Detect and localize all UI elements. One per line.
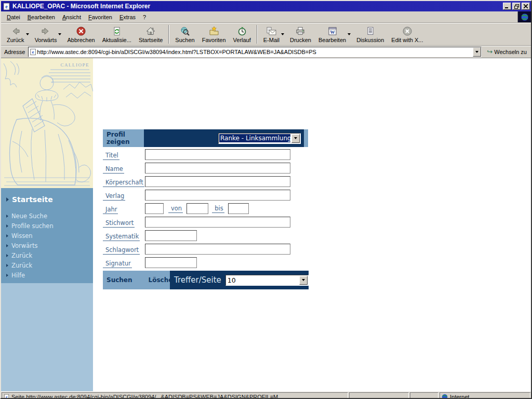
back-button[interactable]: Zurück <box>3 24 28 44</box>
history-icon <box>237 25 247 36</box>
edit-with-x-button[interactable]: Edit with X... <box>388 24 427 45</box>
discussion-button[interactable]: Diskussion <box>353 24 388 45</box>
systematik-input[interactable] <box>145 230 197 241</box>
sidebar-item-hilfe[interactable]: Hilfe <box>6 270 93 280</box>
svg-text:e: e <box>32 49 34 55</box>
suchen-button[interactable]: Suchen <box>107 276 132 284</box>
field-label-titel[interactable]: Titel <box>103 152 119 160</box>
sidebar-lower-area <box>1 283 93 391</box>
svg-text:W: W <box>330 30 335 35</box>
arrow-bullet-icon <box>6 224 8 228</box>
zone-label: Internet <box>450 394 469 398</box>
toolbar-separator <box>257 25 258 44</box>
profile-select[interactable]: Ranke - Linksammlung (S <box>218 133 301 144</box>
hits-per-page-select[interactable]: 10 <box>225 275 309 286</box>
stichwort-input[interactable] <box>145 217 290 228</box>
form-row-name: Name <box>103 163 308 174</box>
sidebar-item-profile-suchen[interactable]: Profile suchen <box>6 221 93 231</box>
search-button[interactable]: Suchen <box>171 24 198 45</box>
browser-window: e KALLIOPE_OPAC - Microsoft Internet Exp… <box>0 0 532 399</box>
hits-per-page-label: Treffer/Seite <box>174 275 221 285</box>
menu-bar: Datei Bearbeiten Ansicht Favoriten Extra… <box>1 11 531 23</box>
status-progress-pane <box>349 392 409 398</box>
jahr-bis-link[interactable]: bis <box>212 205 224 213</box>
sidebar-item-wissen[interactable]: Wissen <box>6 231 93 241</box>
field-label-verlag[interactable]: Verlag <box>103 192 125 201</box>
window-title: KALLIOPE_OPAC - Microsoft Internet Explo… <box>12 3 502 10</box>
history-button[interactable]: Verlauf <box>230 24 255 45</box>
sidebar-item-zurueck-1[interactable]: Zurück <box>6 250 93 260</box>
email-dropdown-arrow[interactable] <box>281 33 284 35</box>
field-label-schlagwort[interactable]: Schlagwort <box>103 246 140 255</box>
menu-favoriten[interactable]: Favoriten <box>85 12 116 22</box>
home-button[interactable]: Startseite <box>135 24 166 45</box>
profile-header-bar: Profil zeigen Ranke - Linksammlung (S <box>103 129 308 147</box>
address-field[interactable]: e <box>28 47 482 57</box>
close-icon <box>524 4 528 8</box>
forward-dropdown-arrow[interactable] <box>58 33 61 35</box>
jahr-von-link[interactable]: von <box>168 205 183 213</box>
menu-ansicht[interactable]: Ansicht <box>59 12 85 22</box>
forward-icon <box>41 25 51 36</box>
titel-input[interactable] <box>145 149 290 160</box>
minimize-icon <box>505 4 509 8</box>
ie-page-icon: e <box>30 48 37 56</box>
close-button[interactable] <box>522 3 530 10</box>
edit-with-x-icon <box>402 25 413 36</box>
stop-button[interactable]: Abbrechen <box>63 24 98 45</box>
jahr-input-2[interactable] <box>187 203 208 214</box>
field-label-koerperschaft[interactable]: Körperschaft <box>103 179 144 187</box>
search-icon <box>180 25 190 36</box>
email-button[interactable]: E-Mail <box>260 24 283 44</box>
field-label-stichwort[interactable]: Stichwort <box>103 219 135 228</box>
favorites-button[interactable]: Favoriten <box>198 24 230 45</box>
menu-bearbeiten[interactable]: Bearbeiten <box>24 12 59 22</box>
sidebar-item-startseite[interactable]: Startseite <box>6 195 93 204</box>
menu-extras[interactable]: Extras <box>116 12 139 22</box>
mail-icon <box>265 25 277 36</box>
jahr-input-1[interactable] <box>145 203 164 214</box>
refresh-button[interactable]: Aktualisie... <box>99 24 135 45</box>
select-arrow-button[interactable] <box>299 276 308 285</box>
back-dropdown-arrow[interactable] <box>26 33 29 35</box>
status-bar: e Seite http://www.astec.de:8094/cgi-bin… <box>1 391 531 398</box>
name-input[interactable] <box>145 163 290 174</box>
schlagwort-input[interactable] <box>145 244 290 255</box>
forward-button[interactable]: Vorwärts <box>31 24 61 44</box>
status-text: Seite http://www.astec.de:8094/cgi-bin/a… <box>11 394 278 398</box>
jahr-input-3[interactable] <box>228 203 249 214</box>
signatur-input[interactable] <box>145 257 197 268</box>
sidebar-item-neue-suche[interactable]: Neue Suche <box>6 211 93 221</box>
sidebar-item-zurueck-2[interactable]: Zurück <box>6 260 93 270</box>
edit-button[interactable]: W Bearbeiten <box>315 24 350 44</box>
address-dropdown-button[interactable] <box>473 47 481 57</box>
restore-button[interactable] <box>512 3 521 10</box>
search-form: Profil zeigen Ranke - Linksammlung (S Ti… <box>103 129 308 289</box>
arrow-bullet-icon <box>6 264 8 267</box>
select-arrow-button[interactable] <box>291 134 300 143</box>
word-edit-icon: W <box>327 25 338 36</box>
koerperschaft-input[interactable] <box>145 176 290 187</box>
sidebar-item-vorwaerts[interactable]: Vorwärts <box>6 241 93 250</box>
ie-document-icon: e <box>3 3 11 10</box>
field-label-systematik[interactable]: Systematik <box>103 233 140 241</box>
field-label-name[interactable]: Name <box>103 165 124 174</box>
edit-dropdown-arrow[interactable] <box>348 33 351 35</box>
verlag-input[interactable] <box>145 190 290 201</box>
form-rows: Titel Name Körperschaft Verlag <box>103 149 308 268</box>
menu-hilfe[interactable]: ? <box>139 12 150 22</box>
go-button[interactable]: ↪ Wechseln zu <box>485 47 529 56</box>
ie-brand-logo <box>517 11 531 22</box>
globe-icon <box>442 394 448 398</box>
discussion-icon <box>365 25 376 36</box>
arrow-bullet-icon <box>6 197 9 202</box>
menu-datei[interactable]: Datei <box>3 12 24 22</box>
url-input[interactable] <box>37 48 473 56</box>
address-bar: Adresse e ↪ Wechseln zu <box>1 46 531 58</box>
field-label-signatur[interactable]: Signatur <box>103 260 132 268</box>
minimize-button[interactable] <box>503 3 511 10</box>
field-label-jahr[interactable]: Jahr <box>103 206 118 214</box>
print-button[interactable]: Drucken <box>286 24 315 45</box>
profile-label-cell: Profil zeigen <box>103 129 144 147</box>
form-row-verlag: Verlag <box>103 190 308 201</box>
